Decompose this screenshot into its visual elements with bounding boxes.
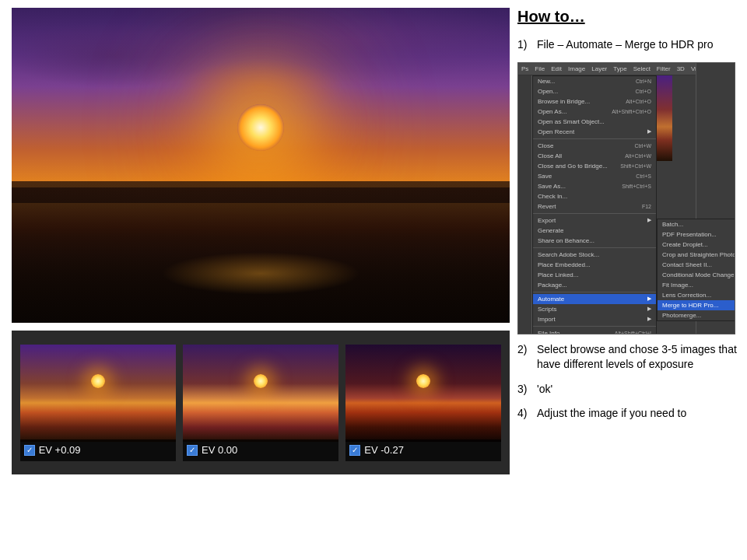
thumbnails-panel: EV +0.09 EV 0.00 EV -0.27 bbox=[12, 331, 510, 474]
page-title: How to… bbox=[517, 8, 739, 26]
ps-menu-layer: Layer bbox=[590, 65, 608, 72]
ps-menu-import[interactable]: Import bbox=[533, 314, 656, 324]
ps-menu-file: File bbox=[533, 65, 546, 72]
instruction-1-num: 1) bbox=[517, 37, 537, 53]
ps-separator-3 bbox=[533, 247, 656, 248]
ps-menu-scripts[interactable]: Scripts bbox=[533, 304, 656, 314]
ps-menu-close-bridge[interactable]: Close and Go to Bridge...Shift+Ctrl+W bbox=[533, 161, 656, 171]
ps-menu-open-as[interactable]: Open As...Alt+Shift+Ctrl+O bbox=[533, 107, 656, 117]
instruction-1-text: File – Automate – Merge to HDR pro bbox=[537, 37, 739, 53]
main-sunset-image bbox=[12, 8, 510, 323]
thumbnail-3[interactable]: EV -0.27 bbox=[345, 345, 501, 461]
ps-automate-lens-correction[interactable]: Lens Correction... bbox=[658, 290, 735, 300]
ps-menu-filter: Filter bbox=[655, 65, 672, 72]
instruction-3-num: 3) bbox=[517, 382, 537, 397]
ps-menu-adobe-stock[interactable]: Search Adobe Stock... bbox=[533, 250, 656, 260]
ps-menu-place-embedded[interactable]: Place Embedded... bbox=[533, 260, 656, 270]
ps-separator-2 bbox=[533, 213, 656, 214]
thumb2-sun bbox=[254, 374, 268, 388]
ps-automate-fit-image[interactable]: Fit Image... bbox=[658, 280, 735, 290]
ps-menu-select: Select bbox=[632, 65, 652, 72]
ps-menu-new[interactable]: New...Ctrl+N bbox=[533, 76, 656, 86]
ps-automate-batch[interactable]: Batch... bbox=[658, 219, 735, 229]
ps-menu-save[interactable]: SaveCtrl+S bbox=[533, 171, 656, 181]
thumb1-sun bbox=[91, 374, 105, 388]
thumbnail-1-image bbox=[20, 345, 176, 442]
instruction-4: 4) Adjust the image if you need to bbox=[517, 406, 739, 422]
ps-automate-submenu: Batch... PDF Presentation... Create Drop… bbox=[657, 219, 735, 321]
instruction-3-text: 'ok' bbox=[537, 382, 739, 397]
ps-automate-photomerge[interactable]: Photomerge... bbox=[658, 310, 735, 320]
thumbnail-3-label: EV -0.27 bbox=[345, 439, 501, 461]
ps-menu-save-as[interactable]: Save As...Shift+Ctrl+S bbox=[533, 181, 656, 191]
ps-menu-generate[interactable]: Generate bbox=[533, 226, 656, 236]
right-panel: How to… 1) File – Automate – Merge to HD… bbox=[517, 8, 739, 431]
ps-automate-crop-straighten[interactable]: Crop and Straighten Photos bbox=[658, 250, 735, 260]
instruction-3: 3) 'ok' bbox=[517, 382, 739, 397]
instruction-4-text: Adjust the image if you need to bbox=[537, 406, 739, 422]
instructions-list: 1) File – Automate – Merge to HDR pro Ps… bbox=[517, 37, 739, 422]
thumbnail-1-checkbox[interactable] bbox=[24, 445, 35, 456]
ps-automate-pdf[interactable]: PDF Presentation... bbox=[658, 229, 735, 240]
water-reflection bbox=[161, 252, 360, 295]
sun bbox=[237, 104, 284, 151]
ps-menu-automate[interactable]: Automate bbox=[533, 294, 656, 304]
instruction-1: 1) File – Automate – Merge to HDR pro bbox=[517, 37, 739, 53]
ps-separator-4 bbox=[533, 292, 656, 292]
ps-separator-5 bbox=[533, 326, 656, 327]
ps-separator-1 bbox=[533, 138, 656, 139]
water bbox=[12, 181, 510, 323]
ps-menu-open[interactable]: Open...Ctrl+O bbox=[533, 86, 656, 96]
ps-menu-check-in[interactable]: Check In... bbox=[533, 191, 656, 201]
thumbnail-2-label: EV 0.00 bbox=[183, 439, 338, 461]
thumbnail-1-ev: EV +0.09 bbox=[39, 444, 81, 456]
ps-menu-package[interactable]: Package... bbox=[533, 280, 656, 290]
ps-menu-open-recent[interactable]: Open Recent bbox=[533, 127, 656, 137]
ps-menu-smart-object[interactable]: Open as Smart Object... bbox=[533, 117, 656, 127]
instruction-4-num: 4) bbox=[517, 406, 537, 422]
instruction-2: 2) Select browse and chose 3-5 images th… bbox=[517, 342, 739, 373]
ps-toolbar-left bbox=[518, 75, 532, 334]
thumbnail-2-checkbox[interactable] bbox=[187, 445, 198, 456]
ps-menu-browse-bridge[interactable]: Browse in Bridge...Alt+Ctrl+O bbox=[533, 96, 656, 107]
ps-menu-3d: 3D bbox=[675, 65, 686, 72]
ps-automate-merge-hdr[interactable]: Merge to HDR Pro... bbox=[658, 300, 735, 310]
instruction-2-num: 2) bbox=[517, 342, 537, 373]
ps-automate-droplet[interactable]: Create Droplet... bbox=[658, 240, 735, 250]
thumbnail-2-ev: EV 0.00 bbox=[202, 444, 237, 456]
ps-automate-conditional-mode[interactable]: Conditional Mode Change... bbox=[658, 270, 735, 280]
instruction-2-text: Select browse and chose 3-5 images that … bbox=[537, 342, 739, 373]
thumbnail-3-image bbox=[345, 345, 501, 442]
thumbnail-1-label: EV +0.09 bbox=[20, 439, 176, 461]
thumbnail-3-ev: EV -0.27 bbox=[364, 444, 404, 456]
ps-automate-contact-sheet[interactable]: Contact Sheet II... bbox=[658, 260, 735, 270]
ps-menu-image: Image bbox=[566, 65, 587, 72]
ps-menu-type: Type bbox=[612, 65, 628, 72]
ps-menu-export[interactable]: Export bbox=[533, 215, 656, 226]
ps-file-dropdown: New...Ctrl+N Open...Ctrl+O Browse in Bri… bbox=[532, 75, 657, 334]
ps-menu-share-behance[interactable]: Share on Behance... bbox=[533, 236, 656, 246]
ps-menu-file-info[interactable]: File Info...Alt+Shift+Ctrl+I bbox=[533, 328, 656, 334]
photoshop-screenshot: Ps File Edit Image Layer Type Select Fil… bbox=[517, 62, 735, 334]
ps-menu-close-all[interactable]: Close AllAlt+Ctrl+W bbox=[533, 151, 656, 161]
ps-menu-revert[interactable]: RevertF12 bbox=[533, 201, 656, 212]
ps-menu-edit: Edit bbox=[549, 65, 563, 72]
thumb3-sun bbox=[416, 374, 430, 388]
ps-menu-place-linked[interactable]: Place Linked... bbox=[533, 270, 656, 280]
ps-logo: Ps bbox=[520, 65, 530, 72]
thumbnail-3-checkbox[interactable] bbox=[349, 445, 360, 456]
thumbnail-1[interactable]: EV +0.09 bbox=[20, 345, 176, 461]
thumbnail-2[interactable]: EV 0.00 bbox=[183, 345, 338, 461]
thumbnail-2-image bbox=[183, 345, 338, 442]
ps-menu-close[interactable]: CloseCtrl+W bbox=[533, 141, 656, 151]
